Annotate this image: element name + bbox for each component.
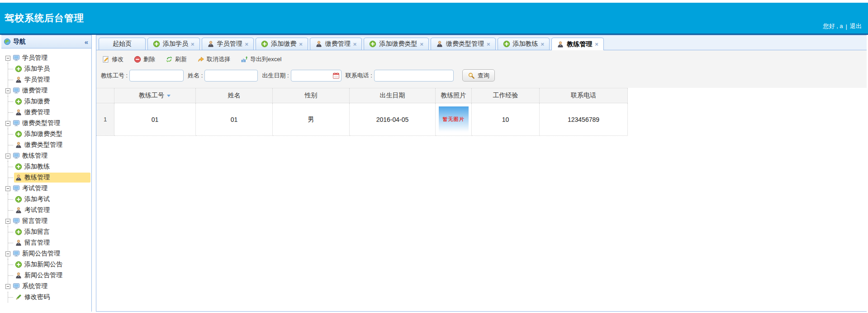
date-input-wrap [291, 70, 342, 82]
tree-node-exam-mgmt-group[interactable]: 考试管理 [5, 183, 90, 194]
tab-label: 缴费管理 [325, 40, 351, 48]
close-icon[interactable]: × [420, 41, 423, 47]
tab-label: 教练管理 [567, 40, 592, 48]
tree-node-add-payment[interactable]: 添加缴费 [8, 96, 90, 107]
main-panel: 起始页添加学员×学员管理×添加缴费×缴费管理×添加缴费类型×缴费类型管理×添加教… [96, 35, 867, 312]
tree-expander-icon[interactable] [5, 88, 10, 93]
tree-expander-icon[interactable] [5, 251, 10, 256]
tree-node-payment-type-mgmt[interactable]: 缴费类型管理 [8, 140, 90, 150]
add-icon [15, 196, 22, 203]
tab-student-mgmt[interactable]: 学员管理× [202, 38, 254, 50]
tab-add-payment[interactable]: 添加缴费× [256, 38, 308, 50]
tab-home[interactable]: 起始页 [99, 38, 146, 50]
tree-node-change-password[interactable]: 修改密码 [8, 292, 90, 303]
tree-expander-icon[interactable] [5, 284, 10, 289]
tree-node-add-message[interactable]: 添加留言 [8, 226, 90, 237]
add-icon [153, 40, 160, 48]
tree-node-student-mgmt-group[interactable]: 学员管理 [5, 53, 90, 63]
tree-expander-icon[interactable] [5, 154, 10, 159]
tree-node-system-mgmt-group[interactable]: 系统管理 [5, 281, 90, 292]
search-button-label: 查询 [478, 72, 489, 80]
user-icon [15, 76, 22, 83]
close-icon[interactable]: × [245, 41, 249, 47]
cell-value: 男 [308, 116, 314, 124]
tab-payment-mgmt[interactable]: 缴费管理× [310, 38, 362, 50]
tree-node-news-mgmt-group[interactable]: 新闻公告管理 [5, 248, 90, 259]
sidebar-splitter[interactable] [92, 35, 96, 312]
tree-node-add-exam[interactable]: 添加考试 [8, 194, 90, 205]
tree-expander-icon[interactable] [5, 186, 10, 191]
search-button[interactable]: 查询 [462, 69, 495, 82]
tree-node-add-news[interactable]: 添加新闻公告 [8, 259, 90, 270]
tree-node-news-mgmt[interactable]: 新闻公告管理 [8, 270, 90, 281]
tree-node-label: 缴费管理 [22, 87, 47, 95]
app-title: 驾校系统后台管理 [5, 12, 84, 24]
calendar-icon[interactable] [332, 72, 340, 79]
tree-node-message-mgmt-group[interactable]: 留言管理 [5, 216, 90, 226]
column-header-birth[interactable]: 出生日期 [350, 88, 436, 103]
toolbar-button-refresh[interactable]: 刷新 [164, 54, 188, 64]
close-icon[interactable]: × [487, 41, 490, 47]
monitor-icon [13, 250, 20, 257]
search-icon [468, 72, 475, 79]
tree-node-add-coach[interactable]: 添加教练 [8, 161, 90, 172]
column-header-phone[interactable]: 联系电话 [540, 88, 628, 103]
tab-payment-type-mgmt[interactable]: 缴费类型管理× [431, 38, 496, 50]
monitor-icon [13, 152, 20, 159]
tree-group-payment-type-mgmt: 缴费类型管理添加缴费类型缴费类型管理 [5, 118, 90, 150]
tree-expander-icon[interactable] [5, 219, 10, 224]
tree-expander-icon[interactable] [5, 56, 10, 61]
tree-group-payment-mgmt: 缴费管理添加缴费缴费管理 [5, 85, 90, 118]
tree-node-payment-type-mgmt-group[interactable]: 缴费类型管理 [5, 118, 90, 129]
tab-coach-mgmt[interactable]: 教练管理× [551, 38, 604, 50]
add-icon [15, 163, 22, 170]
tree-node-body: 新闻公告管理 [14, 270, 90, 280]
edit-icon [102, 56, 109, 63]
grid-body: 10101男2016-04-05暂无图片10123456789 [96, 103, 628, 136]
column-header-photo[interactable]: 教练照片 [436, 88, 472, 103]
pencil-icon [15, 294, 22, 301]
close-icon[interactable]: × [299, 41, 303, 47]
tree-node-coach-mgmt-group[interactable]: 教练管理 [5, 150, 90, 161]
toolbar-button-delete[interactable]: 删除 [133, 54, 157, 64]
tree-node-message-mgmt[interactable]: 留言管理 [8, 237, 90, 248]
toolbar-button-export-excel[interactable]: 导出到excel [239, 54, 283, 64]
search-field-coach-name: 姓名 : [188, 70, 258, 82]
tree-expander-icon[interactable] [5, 121, 10, 126]
phone-input[interactable] [374, 70, 454, 82]
toolbar-button-label: 刷新 [175, 55, 187, 63]
tree-node-add-payment-type[interactable]: 添加缴费类型 [8, 129, 90, 140]
globe-icon [4, 38, 11, 45]
cell-value: 01 [231, 116, 238, 123]
sidebar-collapse-button[interactable]: « [85, 38, 88, 46]
tree-node-payment-mgmt[interactable]: 缴费管理 [8, 107, 90, 118]
column-header-label: 教练工号 [139, 91, 164, 100]
toolbar-button-cancel-select[interactable]: 取消选择 [196, 54, 232, 64]
tab-add-student[interactable]: 添加学员× [147, 38, 200, 50]
tree-node-add-student[interactable]: 添加学员 [8, 63, 90, 74]
column-header-gender[interactable]: 性别 [273, 88, 350, 103]
column-header-name[interactable]: 姓名 [196, 88, 273, 103]
table-row[interactable]: 10101男2016-04-05暂无图片10123456789 [96, 103, 628, 136]
tree-node-student-mgmt[interactable]: 学员管理 [8, 74, 90, 85]
tree-node-label: 考试管理 [24, 206, 50, 214]
cell-phone: 123456789 [540, 103, 628, 136]
tree-node-exam-mgmt[interactable]: 考试管理 [8, 205, 90, 216]
tab-add-payment-type[interactable]: 添加缴费类型× [364, 38, 429, 50]
logout-link[interactable]: 退出 [850, 22, 862, 30]
sort-desc-icon [166, 93, 171, 98]
column-header-id[interactable]: 教练工号 [114, 88, 196, 103]
coach-name-input[interactable] [204, 70, 258, 82]
close-icon[interactable]: × [191, 41, 194, 47]
undo-icon [197, 56, 204, 63]
close-icon[interactable]: × [541, 41, 545, 47]
column-header-exp[interactable]: 工作经验 [472, 88, 540, 103]
tab-label: 添加缴费类型 [379, 40, 417, 48]
close-icon[interactable]: × [595, 41, 598, 47]
tree-node-coach-mgmt[interactable]: 教练管理 [8, 172, 90, 183]
tree-node-payment-mgmt-group[interactable]: 缴费管理 [5, 85, 90, 96]
coach-id-input[interactable] [129, 70, 184, 82]
close-icon[interactable]: × [353, 41, 357, 47]
tab-add-coach[interactable]: 添加教练× [498, 38, 550, 50]
toolbar-button-edit[interactable]: 修改 [101, 54, 125, 64]
